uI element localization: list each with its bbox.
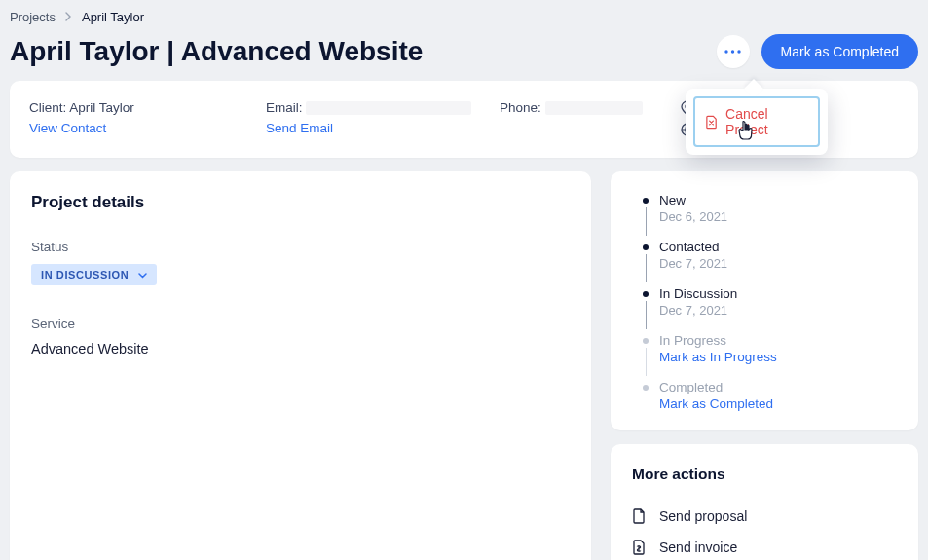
- action-label: Send proposal: [659, 508, 747, 524]
- timeline-title: In Discussion: [659, 286, 737, 301]
- timeline-date: Dec 7, 2021: [659, 303, 737, 317]
- email-value-masked: [306, 101, 471, 115]
- send-invoice-action[interactable]: Send invoice: [632, 532, 897, 560]
- svg-point-1: [731, 50, 734, 53]
- service-value: Advanced Website: [31, 341, 570, 356]
- project-details-card: Project details Status IN DISCUSSION Ser…: [10, 171, 591, 560]
- mark-completed-button[interactable]: Mark as Completed: [761, 34, 918, 69]
- client-label: Client: April Taylor: [29, 100, 266, 115]
- svg-point-2: [737, 50, 740, 53]
- cancel-document-icon: [705, 115, 718, 130]
- phone-value-masked: [545, 101, 643, 115]
- phone-label: Phone:: [500, 100, 675, 115]
- more-options-button[interactable]: [717, 35, 750, 68]
- breadcrumb-current: April Taylor: [82, 10, 144, 24]
- send-proposal-action[interactable]: Send proposal: [632, 501, 897, 532]
- email-label: Email:: [266, 100, 500, 115]
- timeline-item: In Discussion Dec 7, 2021: [632, 286, 897, 333]
- mark-completed-link[interactable]: Mark as Completed: [659, 396, 773, 411]
- breadcrumb: Projects April Taylor: [10, 10, 918, 30]
- cancel-project-button[interactable]: Cancel Project: [693, 96, 820, 147]
- timeline-item: Contacted Dec 7, 2021: [632, 240, 897, 286]
- page-title: April Taylor | Advanced Website: [10, 36, 423, 67]
- cancel-project-label: Cancel Project: [725, 106, 808, 137]
- send-email-link[interactable]: Send Email: [266, 121, 500, 135]
- more-options-dropdown: Cancel Project: [686, 89, 828, 155]
- chevron-down-icon: [138, 269, 147, 280]
- timeline-date: Dec 7, 2021: [659, 256, 727, 271]
- service-label: Service: [31, 317, 570, 331]
- mark-in-progress-link[interactable]: Mark as In Progress: [659, 350, 777, 364]
- timeline-item: New Dec 6, 2021: [632, 193, 897, 240]
- view-contact-link[interactable]: View Contact: [29, 121, 266, 135]
- status-value: IN DISCUSSION: [41, 269, 129, 280]
- status-timeline: New Dec 6, 2021 Contacted Dec 7, 2021: [632, 193, 897, 411]
- timeline-title: Completed: [659, 380, 773, 394]
- status-timeline-card: New Dec 6, 2021 Contacted Dec 7, 2021: [611, 171, 918, 430]
- status-dropdown[interactable]: IN DISCUSSION: [31, 264, 157, 285]
- breadcrumb-root[interactable]: Projects: [10, 10, 56, 24]
- dots-horizontal-icon: [724, 50, 741, 54]
- more-actions-heading: More actions: [632, 466, 897, 483]
- timeline-title: New: [659, 193, 727, 207]
- project-details-heading: Project details: [31, 193, 570, 212]
- svg-point-0: [724, 50, 727, 53]
- invoice-icon: [632, 540, 646, 555]
- timeline-title: In Progress: [659, 333, 777, 348]
- timeline-title: Contacted: [659, 240, 727, 254]
- status-label: Status: [31, 240, 570, 254]
- chevron-right-icon: [65, 10, 72, 24]
- more-actions-card: More actions Send proposal Send invoice: [611, 444, 918, 560]
- action-label: Send invoice: [659, 540, 737, 555]
- timeline-date: Dec 6, 2021: [659, 209, 727, 224]
- timeline-item: Completed Mark as Completed: [632, 380, 897, 411]
- document-icon: [632, 508, 646, 524]
- timeline-item: In Progress Mark as In Progress: [632, 333, 897, 380]
